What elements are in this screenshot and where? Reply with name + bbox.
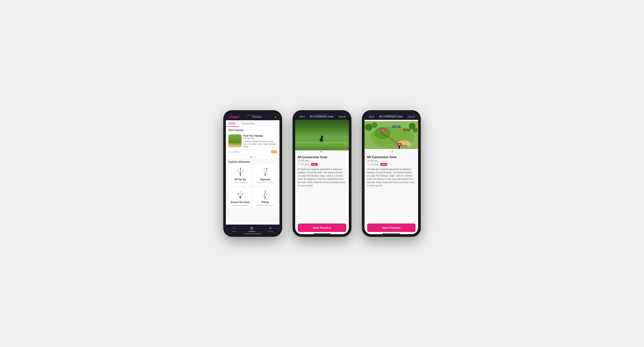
svg-point-5 <box>237 169 238 170</box>
skill-card-atg[interactable]: Around The Green Hone your short game <box>228 187 252 208</box>
putting-icon-area <box>258 189 272 200</box>
skill-card-ott[interactable]: Off The Tee Power accuracy <box>228 164 252 186</box>
img-dot-1[interactable] <box>320 151 322 152</box>
back-chevron: ‹ <box>298 115 299 118</box>
approach-name: Approach <box>260 178 270 181</box>
svg-rect-27 <box>320 138 321 141</box>
svg-rect-49 <box>399 147 400 149</box>
golf-photo-bg <box>295 120 349 150</box>
card-thumbnail <box>228 134 242 148</box>
detail-content-wrapper-3: ☆ 6ft Conversion Zone 10-50 yds 🕐 20 sho… <box>367 155 416 187</box>
svg-point-12 <box>240 197 241 198</box>
svg-point-9 <box>264 168 265 169</box>
svg-text:Miss: Miss <box>382 130 385 131</box>
skill-section: Explore skill areas <box>226 159 280 209</box>
shots-count-meta-3: 20 shots <box>370 163 379 166</box>
back-chevron-3: ‹ <box>368 115 368 118</box>
cancel-button-3[interactable]: Cancel <box>408 115 415 118</box>
home-icon: ⌂ <box>233 226 235 230</box>
approach-desc: Dial-in to hit the green <box>256 182 274 184</box>
tab-drills[interactable]: Drills <box>226 120 238 127</box>
svg-point-19 <box>264 197 266 198</box>
svg-point-14 <box>242 194 243 195</box>
nav-home[interactable]: ⌂ Home <box>232 226 236 232</box>
atg-name: Around The Green <box>231 201 250 203</box>
shots-count-meta: 20 shots <box>301 163 309 166</box>
drill-meta-3: 🕐 20 shots ARG <box>367 163 416 166</box>
atg-icon-area <box>234 189 247 200</box>
back-button-3[interactable]: ‹ Back <box>368 115 374 118</box>
svg-text:ROUGH: ROUGH <box>404 129 409 131</box>
svg-point-8 <box>266 168 267 169</box>
drill-subtitle: Off The Tee <box>243 137 277 140</box>
featured-drill-card[interactable]: ☆ Find The Fairway Off The Tee Create an… <box>226 132 280 155</box>
card-inner: Find The Fairway Off The Tee Create an i… <box>228 134 277 148</box>
capture-icon: ⊕ <box>269 226 272 230</box>
putting-desc: Make and lag practice <box>256 204 274 206</box>
shots-meta: 🕐 20 shots <box>298 163 309 166</box>
image-dots-2 <box>295 150 349 153</box>
most-popular-label: Most Popular <box>226 127 280 132</box>
image-dots-3 <box>364 150 418 153</box>
menu-icon[interactable]: ≡ <box>275 115 276 119</box>
drill-meta: 🕐 20 shots ARG <box>298 163 346 166</box>
star-icon[interactable]: ☆ <box>275 134 278 137</box>
img-dot-2[interactable] <box>322 151 324 152</box>
ott-icon-area <box>234 167 247 177</box>
phone-1-screen: clippd Practice ≡ Drills Favourites Most… <box>226 113 280 234</box>
drill-title: Find The Fairway <box>243 134 277 137</box>
start-practice-button[interactable]: Start Practice <box>298 223 346 232</box>
explore-label: Explore skill areas <box>228 160 277 164</box>
back-button[interactable]: ‹ Back <box>298 115 305 118</box>
tab-favourites[interactable]: Favourites <box>238 120 258 127</box>
nav-activities-label: Activities <box>248 230 256 232</box>
dot-1[interactable] <box>250 157 251 158</box>
ott-desc: Power accuracy <box>234 182 246 184</box>
dot-2[interactable] <box>252 157 253 158</box>
putting-name: Putting <box>262 201 269 203</box>
svg-line-2 <box>240 169 243 174</box>
svg-point-25 <box>321 136 323 138</box>
svg-line-1 <box>238 170 240 174</box>
phone1-header: clippd Practice ≡ <box>226 113 280 120</box>
svg-line-17 <box>240 195 242 196</box>
clock-icon-meta-3: 🕐 <box>367 163 370 166</box>
cancel-button[interactable]: Cancel <box>338 115 346 118</box>
phone-3-screen: ‹ Back 6ft Conversion Zone Cancel <box>364 113 418 234</box>
approach-icon-area <box>258 167 272 177</box>
svg-point-34 <box>365 124 372 131</box>
svg-line-16 <box>238 194 240 196</box>
detail-content-wrapper: ☆ 6ft Conversion Zone 10-50 yds 🕐 20 sho… <box>298 155 346 187</box>
clock-icon: 🕐 <box>228 151 231 153</box>
star-icon-detail-3[interactable]: ☆ <box>410 158 413 161</box>
nav-capture[interactable]: ⊕ Capture <box>267 226 274 232</box>
approach-icon <box>259 167 271 177</box>
clock-icon-meta: 🕐 <box>298 163 300 166</box>
arg-tag: ARG <box>311 163 318 166</box>
phone3-drill-title: 6ft Conversion Zone <box>379 115 403 118</box>
img-dot-3-2[interactable] <box>392 151 393 152</box>
start-practice-button-3[interactable]: Start Practice <box>367 223 416 232</box>
phone-2-screen: ‹ Back 6ft Conversion Zone Cancel <box>295 113 349 234</box>
ott-icon <box>234 167 246 177</box>
card-info: Find The Fairway Off The Tee Create an i… <box>243 134 277 148</box>
golf-course-map: Hit Miss FAIRWAY ROUGH SAND <box>364 120 418 150</box>
phone1-content: Most Popular ☆ Find The Fairway Off The … <box>226 127 280 225</box>
svg-point-15 <box>240 191 241 192</box>
svg-point-37 <box>413 128 418 133</box>
drill-description-3: 20 shots are randomly generated at dista… <box>367 168 416 187</box>
svg-point-35 <box>372 122 377 128</box>
ott-tag: OTT <box>271 150 277 153</box>
svg-point-20 <box>265 190 266 191</box>
nav-activities[interactable]: ◎ Activities <box>248 226 256 232</box>
star-icon-detail[interactable]: ☆ <box>341 158 344 161</box>
shots-meta-3: 🕐 20 shots <box>367 163 379 166</box>
skill-card-putting[interactable]: Putting Make and lag practice <box>253 187 277 208</box>
drill-yardage: 10-50 yds <box>298 159 346 162</box>
skill-card-approach[interactable]: Approach Dial-in to hit the green <box>253 164 277 186</box>
img-dot-3-1[interactable] <box>390 151 391 152</box>
phone3-detail-content: ☆ 6ft Conversion Zone 10-50 yds 🕐 20 sho… <box>364 153 418 221</box>
atg-icon <box>234 190 246 200</box>
svg-point-6 <box>243 169 244 170</box>
dot-3[interactable] <box>254 157 255 158</box>
